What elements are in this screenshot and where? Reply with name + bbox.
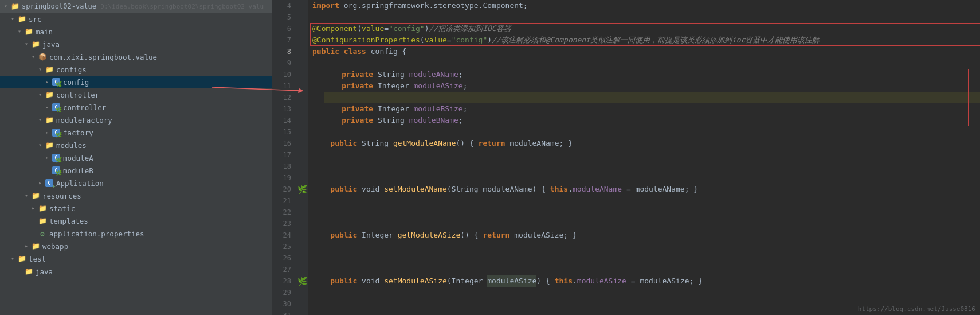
package-label: com.xixi.springboot.value [49,53,157,61]
sidebar-item-main[interactable]: 📁 main [0,25,272,38]
ln-5: 5 [272,11,291,23]
ln-16: 16 [272,138,291,149]
expand-arrow [16,28,23,35]
modules-folder-label: modules [56,141,87,150]
ln-13: 13 [272,103,291,115]
sidebar-item-controller-class[interactable]: C 🌿 controller [0,101,272,114]
sidebar-item-modulea[interactable]: C 🌿 moduleA [0,151,272,164]
sidebar-item-test[interactable]: 📁 test [0,252,272,265]
code-line-11: private Integer moduleASize; [324,80,980,92]
sidebar-item-factory[interactable]: C 🌿 factory [0,126,272,139]
java-label: java [42,40,60,49]
configs-label: configs [56,65,87,74]
ln-21: 21 [272,195,291,207]
gutter-column: 🌿 🌿 [296,0,308,315]
gutter-11 [296,80,308,92]
project-name: springboot02-value D:\idea.book\springbo… [22,2,264,10]
java-folder-icon: 📁 [24,267,33,276]
gutter-22 [296,207,308,218]
ln-26: 26 [272,252,291,264]
appprops-label: application.properties [49,230,144,238]
code-line-10: private String moduleAName; [324,69,980,80]
ln-19: 19 [272,172,291,184]
main-label: main [36,28,53,36]
gutter-29 [296,287,308,298]
sidebar-item-resources[interactable]: 📁 resources [0,189,272,202]
code-line-5 [312,11,980,23]
ln-25: 25 [272,241,291,252]
sidebar-item-webapp[interactable]: 📁 webapp [0,240,272,252]
sidebar-item-moduleb[interactable]: C 🌿 moduleB [0,164,272,177]
resources-icon: 📁 [31,191,40,200]
sidebar-item-static[interactable]: 📁 static [0,202,272,215]
modulefactory-folder-label: moduleFactory [56,116,112,125]
sidebar-item-application[interactable]: C ▶ Application [0,177,272,189]
resources-label: resources [42,192,81,200]
code-editor: 4 5 6 7 8 9 10 11 12 13 14 15 16 17 18 1… [272,0,980,315]
java-class-icon: C 🌿 [52,153,61,162]
java-class-icon: C 🌿 [52,103,61,112]
expand-arrow [44,154,50,161]
static-label: static [49,204,75,213]
folder-icon: 📁 [24,27,33,36]
properties-icon: ⚙ [38,229,47,238]
ln-4: 4 [272,0,291,11]
expand-arrow [23,41,30,48]
gutter-20-spring-icon[interactable]: 🌿 [296,184,308,195]
ln-15: 15 [272,126,291,138]
expand-arrow [37,142,44,149]
folder-icon: 📁 [17,254,26,263]
gutter-9 [296,57,308,69]
gutter-18 [296,161,308,172]
expand-arrow [44,104,50,111]
gutter-31 [296,310,308,315]
ln-22: 22 [272,207,291,218]
ln-12: 12 [272,92,291,103]
sidebar-item-controller-folder[interactable]: 📁 controller [0,88,272,101]
folder-icon: 📁 [17,14,26,24]
ln-29: 29 [272,287,291,298]
java-class-icon: C 🌿 [52,128,61,137]
ln-7: 7 [272,34,291,46]
gutter-13 [296,103,308,115]
code-line-19 [312,172,980,184]
sidebar-item-src[interactable]: 📁 src [0,13,272,25]
ln-14: 14 [272,115,291,126]
sidebar-item-config[interactable]: C 🌿 config [0,76,272,88]
code-line-24: public Integer getModuleASize() { return… [312,230,980,241]
ln-28: 28 [272,275,291,287]
sidebar-item-java[interactable]: 📁 java [0,38,272,50]
gutter-24 [296,230,308,241]
ln-20: 20 [272,184,291,195]
sidebar-item-appprops[interactable]: ⚙ application.properties [0,227,272,240]
code-line-4: import org.springframework.stereotype.Co… [312,0,980,11]
code-line-20: public void setModuleAName(String module… [312,184,980,195]
sidebar-item-configs[interactable]: 📁 configs [0,63,272,76]
config-label: config [63,78,89,87]
ln-11: 11 [272,80,291,92]
gutter-5 [296,11,308,23]
code-line-27 [312,264,980,275]
sidebar-item-templates[interactable]: 📁 templates [0,215,272,227]
file-tree[interactable]: 📁 springboot02-value D:\idea.book\spring… [0,0,272,315]
code-line-18 [312,161,980,172]
expand-arrow [9,15,16,22]
expand-arrow [9,255,16,262]
line-numbers: 4 5 6 7 8 9 10 11 12 13 14 15 16 17 18 1… [272,0,296,315]
ln-30: 30 [272,298,291,310]
java-class-icon: C 🌿 [52,166,61,175]
gutter-21 [296,195,308,207]
sidebar-item-modulefactory-folder[interactable]: 📁 moduleFactory [0,114,272,126]
project-root[interactable]: 📁 springboot02-value D:\idea.book\spring… [0,0,272,13]
gutter-14 [296,115,308,126]
sidebar-item-package[interactable]: 📦 com.xixi.springboot.value [0,50,272,63]
gutter-28-spring-icon[interactable]: 🌿 [296,275,308,287]
ln-17: 17 [272,149,291,161]
expand-arrow [44,79,50,85]
code-line-25 [312,241,980,252]
sidebar-item-modules-folder[interactable]: 📁 modules [0,139,272,151]
code-line-28: public void setModuleASize(Integer modul… [312,275,980,287]
sidebar-item-test-java[interactable]: 📁 java [0,265,272,278]
code-line-14: private String moduleBName; [324,115,980,126]
code-line-23 [312,218,980,230]
